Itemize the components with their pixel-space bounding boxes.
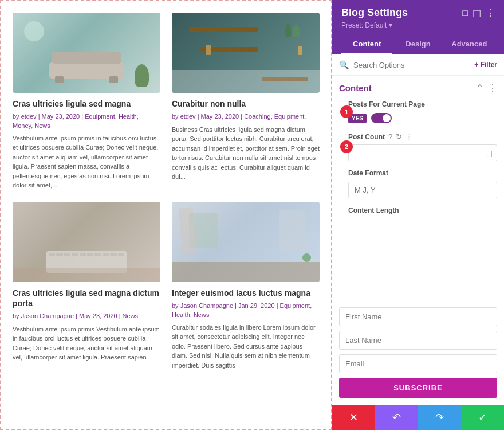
panel-tabs: Content Design Advanced — [341, 35, 495, 54]
section-controls: ⌃ ⋮ — [476, 83, 497, 93]
post-image-1 — [13, 13, 160, 93]
post-count-label: Post Count — [348, 133, 385, 141]
section-title: Content — [339, 83, 372, 93]
posts-current-page-label: Posts For Current Page — [348, 100, 497, 108]
search-input[interactable] — [353, 61, 470, 69]
panel-header: Blog Settings □ ◫ ⋮ Preset: Default ▾ Co… — [332, 0, 504, 54]
post-count-input[interactable]: 6 — [348, 144, 497, 161]
post-image-3 — [13, 202, 160, 282]
panel-title: Blog Settings — [341, 7, 408, 19]
date-format-input[interactable] — [348, 182, 497, 198]
blog-post-4: Integer euismod lacus luctus magna by Ja… — [172, 202, 320, 370]
post-count-input-icon: ◫ — [485, 148, 493, 158]
redo-button[interactable]: ↷ — [418, 405, 461, 430]
blog-post-2: Curabitur non nulla by etdev | May 23, 2… — [172, 13, 320, 190]
toggle-row: YES — [348, 113, 497, 123]
section-more-icon[interactable]: ⋮ — [488, 83, 497, 93]
post-meta-2: by etdev | May 23, 2020 | Coaching, Equi… — [172, 112, 320, 121]
content-length-field: Content Length — [348, 206, 497, 214]
post-title-2: Curabitur non nulla — [172, 99, 320, 109]
post-excerpt-3: Vestibulum ante ipsum primis Vestibulum … — [13, 325, 160, 362]
post-count-more-icon[interactable]: ⋮ — [405, 132, 413, 141]
post-image-2 — [172, 13, 320, 93]
post-count-field: 2 Post Count ? ↻ ⋮ 6 ◫ — [348, 132, 497, 161]
filter-button[interactable]: + Filter — [474, 61, 497, 69]
post-count-input-wrapper: 6 ◫ — [348, 144, 497, 161]
post-title-1: Cras ultricies ligula sed magna — [13, 99, 160, 109]
post-meta-3: by Jason Champagne | May 23, 2020 | News — [13, 312, 160, 320]
tab-content[interactable]: Content — [341, 35, 392, 54]
search-bar: 🔍 + Filter — [332, 54, 504, 76]
tab-design[interactable]: Design — [392, 35, 443, 54]
post-meta-4: by Jason Champagne | Jan 29, 2020 | Equi… — [172, 302, 320, 319]
blog-grid: Cras ultricies ligula sed magna by etdev… — [13, 13, 320, 370]
step-badge-1: 1 — [340, 105, 353, 118]
content-length-label: Content Length — [348, 206, 497, 214]
first-name-input[interactable] — [339, 307, 497, 326]
panel-header-icons: □ ◫ ⋮ — [462, 7, 495, 18]
search-icon: 🔍 — [339, 60, 349, 69]
panel-header-top: Blog Settings □ ◫ ⋮ — [341, 7, 495, 19]
email-input[interactable] — [339, 354, 497, 373]
cancel-button[interactable]: ✕ — [332, 405, 375, 430]
subscribe-form: SUBSCRIBE — [332, 300, 504, 405]
panel-preset[interactable]: Preset: Default ▾ — [341, 21, 495, 29]
blog-preview-panel: Cras ultricies ligula sed magna by etdev… — [0, 0, 332, 430]
more-icon[interactable]: ⋮ — [486, 7, 495, 18]
subscribe-button[interactable]: SUBSCRIBE — [339, 378, 497, 398]
save-button[interactable]: ✓ — [461, 405, 504, 430]
blog-post-1: Cras ultricies ligula sed magna by etdev… — [13, 13, 160, 190]
content-section-header: Content ⌃ ⋮ — [339, 83, 497, 93]
settings-icon[interactable]: □ — [462, 8, 468, 18]
panel-content-area: Content ⌃ ⋮ 1 Posts For Current Page YES… — [332, 76, 504, 405]
date-format-field: Date Format — [348, 169, 497, 206]
action-bar: ✕ ↶ ↷ ✓ — [332, 405, 504, 430]
tab-advanced[interactable]: Advanced — [444, 35, 495, 54]
blog-post-3: Cras ultricies ligula sed magna dictum p… — [13, 202, 160, 370]
date-format-label: Date Format — [348, 169, 497, 177]
step-badge-2: 2 — [340, 140, 353, 153]
post-meta-1: by etdev | May 23, 2020 | Equipment, Hea… — [13, 112, 160, 130]
post-count-label-row: Post Count ? ↻ ⋮ — [348, 132, 497, 141]
post-title-3: Cras ultricies ligula sed magna dictum p… — [13, 288, 160, 308]
collapse-icon[interactable]: ⌃ — [476, 83, 483, 93]
toggle-switch[interactable] — [371, 113, 392, 123]
post-image-4 — [172, 202, 320, 282]
undo-button[interactable]: ↶ — [375, 405, 418, 430]
post-title-4: Integer euismod lacus luctus magna — [172, 288, 320, 298]
last-name-input[interactable] — [339, 331, 497, 350]
post-count-reset-icon[interactable]: ↻ — [396, 132, 402, 141]
post-excerpt-2: Business Cras ultricies ligula sed magna… — [172, 125, 320, 182]
post-excerpt-4: Curabitur sodales ligula in libero Lorem… — [172, 323, 320, 370]
post-count-help-icon[interactable]: ? — [388, 132, 392, 141]
settings-panel: Blog Settings □ ◫ ⋮ Preset: Default ▾ Co… — [332, 0, 504, 430]
post-excerpt-1: Vestibulum ante ipsum primis in faucibus… — [13, 134, 160, 190]
layout-icon[interactable]: ◫ — [472, 7, 481, 18]
posts-current-page-field: 1 Posts For Current Page YES — [348, 100, 497, 123]
filter-label: + Filter — [474, 61, 497, 69]
